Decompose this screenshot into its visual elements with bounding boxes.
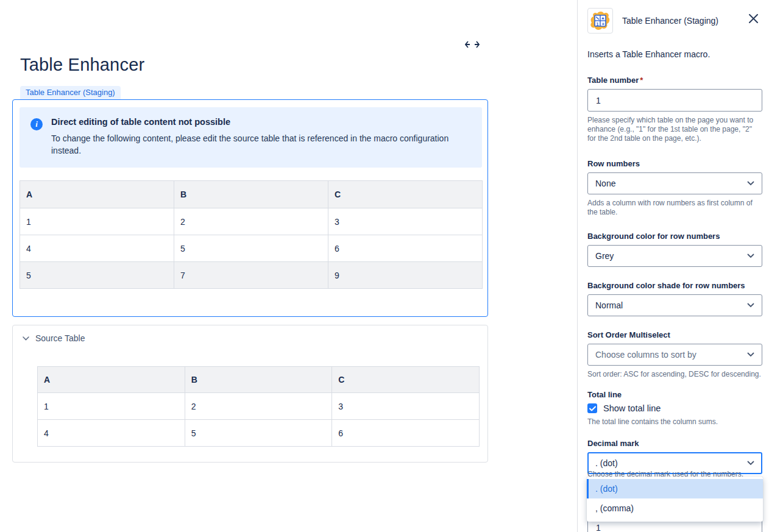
total-cell: 9 xyxy=(328,262,483,289)
decimal-mark-help-obscured: Choose the decimal mark used for the num… xyxy=(587,469,762,477)
source-table-expander[interactable]: Source Table xyxy=(23,333,85,343)
panel-title: Table Enhancer (Staging) xyxy=(622,16,746,26)
bg-color-select[interactable]: Grey xyxy=(587,245,762,267)
panel-description: Inserts a Table Enhancer macro. xyxy=(587,49,710,59)
row-numbers-help: Adds a column with row numbers as first … xyxy=(587,199,762,217)
bg-shade-value: Normal xyxy=(595,300,623,310)
sort-order-label: Sort Order Multiselect xyxy=(587,330,762,339)
total-cell: 7 xyxy=(174,262,328,289)
table-cell: 3 xyxy=(328,208,483,235)
dropdown-option-comma[interactable]: , (comma) xyxy=(587,498,763,518)
column-header: C xyxy=(328,181,483,208)
table-cell: 1 xyxy=(20,208,174,235)
required-asterisk: * xyxy=(640,76,643,85)
info-panel-body: To change the following content, please … xyxy=(51,132,466,157)
row-numbers-label: Row numbers xyxy=(587,159,762,168)
total-cell: 5 xyxy=(20,262,174,289)
sort-order-placeholder: Choose columns to sort by xyxy=(595,350,696,360)
show-total-line-text[interactable]: Show total line xyxy=(603,403,661,413)
chevron-down-icon xyxy=(747,461,754,466)
table-cell: 4 xyxy=(20,235,174,262)
bg-color-label: Background color for row numbers xyxy=(587,232,762,241)
dropdown-option-dot[interactable]: . (dot) xyxy=(587,479,763,498)
close-icon[interactable] xyxy=(746,11,760,26)
column-header: C xyxy=(332,367,480,393)
table-row: 1 2 3 xyxy=(20,208,483,235)
table-cell: 6 xyxy=(328,235,483,262)
source-table-section: Source Table A B C 1 2 3 4 5 6 xyxy=(12,325,488,463)
macro-config-panel: 1 + Table Enhancer (Staging) Inserts a T… xyxy=(577,0,769,532)
table-cell[interactable]: 5 xyxy=(185,420,332,447)
total-line-help: The total line contains the column sums. xyxy=(587,417,762,427)
table-number-input[interactable] xyxy=(587,89,762,112)
table-number-label: Table number* xyxy=(587,76,762,85)
source-table-title: Source Table xyxy=(35,333,85,343)
chevron-down-icon xyxy=(747,352,754,357)
column-header: A xyxy=(38,367,185,393)
show-total-line-checkbox[interactable] xyxy=(587,403,597,413)
svg-text:1: 1 xyxy=(597,22,599,26)
column-header: B xyxy=(174,181,328,208)
bg-color-value: Grey xyxy=(595,251,614,261)
macro-body[interactable]: i Direct editing of table content not po… xyxy=(12,99,488,317)
chevron-down-icon xyxy=(747,181,754,186)
decimal-mark-dropdown-menu: . (dot) , (comma) xyxy=(587,477,763,522)
total-line-row: 5 7 9 xyxy=(20,262,483,289)
chevron-down-icon xyxy=(747,254,754,258)
table-header-row: A B C xyxy=(38,367,480,393)
source-table: A B C 1 2 3 4 5 6 xyxy=(37,366,480,447)
macro-name-chip[interactable]: Table Enhancer (Staging) xyxy=(20,86,121,99)
table-enhancer-macro-icon: 1 + xyxy=(587,8,613,34)
decimal-mark-value: . (dot) xyxy=(595,458,618,468)
table-number-help: Please specify which table on the page y… xyxy=(587,116,762,143)
table-cell[interactable]: 4 xyxy=(38,420,185,447)
chevron-down-icon xyxy=(747,303,754,308)
column-header: A xyxy=(20,181,174,208)
width-toggle-icon[interactable] xyxy=(462,38,483,51)
arrow-left-right-icon xyxy=(465,41,480,48)
column-header: B xyxy=(185,367,332,393)
info-panel-title: Direct editing of table content not poss… xyxy=(51,117,466,127)
enhanced-table: A B C 1 2 3 4 5 6 5 7 9 xyxy=(19,180,483,289)
page-title: Table Enhancer xyxy=(20,55,144,75)
table-header-row: A B C xyxy=(20,181,483,208)
table-cell[interactable]: 1 xyxy=(38,393,185,420)
editor-area: Table Enhancer Table Enhancer (Staging) … xyxy=(0,0,576,532)
table-row: 1 2 3 xyxy=(38,393,480,420)
info-icon: i xyxy=(30,118,43,130)
table-cell: 5 xyxy=(174,235,328,262)
row-numbers-select[interactable]: None xyxy=(587,172,762,194)
info-panel: i Direct editing of table content not po… xyxy=(19,107,482,168)
table-cell[interactable]: 2 xyxy=(185,393,332,420)
table-cell[interactable]: 6 xyxy=(332,420,480,447)
chevron-down-icon xyxy=(23,336,29,341)
row-numbers-value: None xyxy=(595,179,615,188)
decimal-mark-label: Decimal mark xyxy=(587,439,762,448)
table-row: 4 5 6 xyxy=(38,420,480,447)
sort-order-select[interactable]: Choose columns to sort by xyxy=(587,344,762,366)
sort-order-help: Sort order: ASC for ascending, DESC for … xyxy=(587,370,762,379)
bg-shade-select[interactable]: Normal xyxy=(587,294,762,316)
bg-shade-label: Background color shade for row numbers xyxy=(587,281,762,290)
total-line-label: Total line xyxy=(587,390,762,399)
svg-text:+: + xyxy=(602,21,605,27)
table-cell: 2 xyxy=(174,208,328,235)
checkmark-icon xyxy=(589,406,596,411)
table-cell[interactable]: 3 xyxy=(332,393,480,420)
table-row: 4 5 6 xyxy=(20,235,483,262)
